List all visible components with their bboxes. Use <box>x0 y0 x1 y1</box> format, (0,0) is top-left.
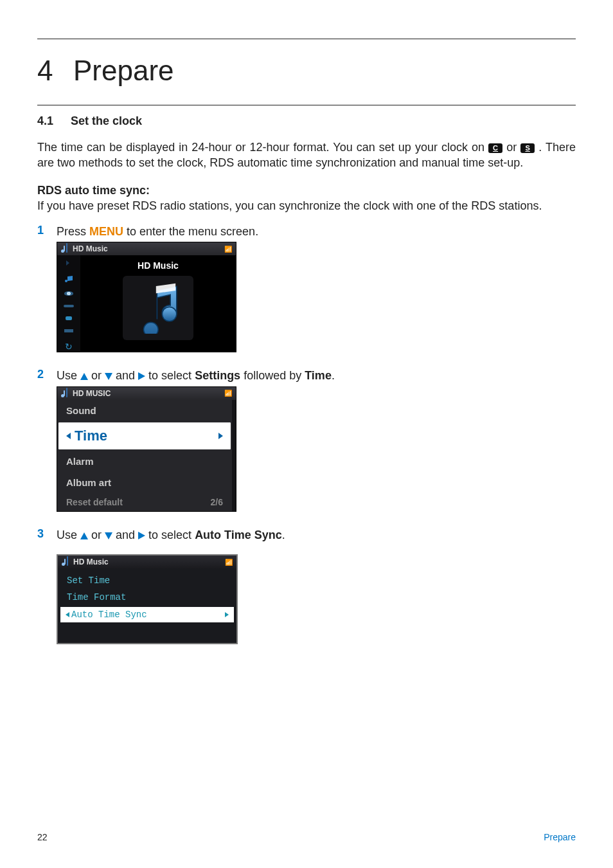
music-note-icon <box>61 390 69 397</box>
intro-pre: The time can be displayed in 24-hour or … <box>37 141 488 154</box>
shot1-main-label: HD Music <box>138 260 179 271</box>
row-time-label: Time <box>75 428 107 444</box>
sidebar-radio-icon <box>64 305 74 307</box>
row-album-art: Album art <box>57 472 232 493</box>
up-arrow-icon <box>80 532 88 539</box>
step-2-text: Use or and to select Settings followed b… <box>57 368 335 383</box>
large-music-note-icon <box>123 276 193 340</box>
s3d: to select <box>145 529 195 541</box>
intro-paragraph: The time can be displayed in 24-hour or … <box>37 140 576 171</box>
rds-heading: RDS auto time sync: <box>37 184 150 197</box>
svg-point-0 <box>162 307 176 321</box>
down-arrow-icon <box>105 373 112 380</box>
sidebar-caret-icon <box>66 260 72 266</box>
left-caret-icon <box>66 612 69 617</box>
screenshot-hd-music-menu: HD Music 📶 ↻ HD Music <box>57 242 236 352</box>
row-time-format: Time Format <box>58 589 236 606</box>
s3a: Use <box>57 529 80 541</box>
right-caret-icon <box>225 612 229 617</box>
s2c: and <box>112 369 138 382</box>
right-arrow-icon <box>138 372 145 380</box>
s2f: . <box>332 369 335 382</box>
row-ats-label: Auto Time Sync <box>71 610 147 620</box>
footer-section: Prepare <box>544 832 576 842</box>
step-1-text: Press MENU to enter the menu screen. <box>57 224 258 239</box>
signal-icon: 📶 <box>224 390 232 397</box>
menu-label: MENU <box>89 225 123 238</box>
badge-s: S <box>520 143 535 153</box>
list-counter: 2/6 <box>211 497 223 507</box>
shot3-titlebar: HD Music <box>73 557 109 566</box>
sidebar-cd-icon <box>64 291 73 295</box>
s3b: or <box>88 529 105 541</box>
step-3-text: Use or and to select Auto Time Sync. <box>57 527 285 543</box>
time-label: Time <box>305 369 332 382</box>
s3e: . <box>282 529 285 541</box>
step-1-number: 1 <box>37 224 57 237</box>
auto-time-sync-label: Auto Time Sync <box>195 529 282 541</box>
signal-icon: 📶 <box>224 246 232 253</box>
shot2-titlebar: HD MUSIC <box>73 389 111 398</box>
row-alarm: Alarm <box>57 451 232 472</box>
s2d: to select <box>145 369 195 382</box>
signal-icon: 📶 <box>225 559 233 566</box>
step-1-a: Press <box>57 225 89 238</box>
step-3-number: 3 <box>37 527 57 541</box>
intro-or: or <box>506 141 520 154</box>
down-arrow-icon <box>105 532 112 539</box>
page-number: 22 <box>37 832 48 842</box>
sidebar-refresh-icon: ↻ <box>65 341 73 352</box>
row-auto-time-sync-selected: Auto Time Sync <box>60 607 234 622</box>
right-arrow-icon <box>138 532 145 539</box>
s2b: or <box>88 369 105 382</box>
chapter-title: Prepare <box>73 55 174 87</box>
music-note-icon <box>62 558 69 566</box>
row-reset-default: Reset default <box>66 497 123 507</box>
s2a: Use <box>57 369 80 382</box>
up-arrow-icon <box>80 373 88 380</box>
shot1-sidebar: ↻ <box>57 255 80 352</box>
rds-body: If you have preset RDS radio stations, y… <box>37 199 542 212</box>
s2e: followed by <box>240 369 305 382</box>
shot1-titlebar: HD Music <box>73 244 108 253</box>
right-caret-icon <box>218 433 223 439</box>
step-1-b: to enter the menu screen. <box>123 225 258 238</box>
step-2-number: 2 <box>37 368 57 381</box>
screenshot-settings-time: HD MUSIC 📶 Sound Time Alarm Album art Re… <box>57 386 236 512</box>
screenshot-auto-time-sync: HD Music 📶 Set Time Time Format Auto Tim… <box>57 554 238 644</box>
sidebar-music-icon <box>64 275 74 282</box>
scrollbar <box>232 400 236 511</box>
settings-label: Settings <box>195 369 240 382</box>
section-title: Set the clock <box>71 114 142 128</box>
left-caret-icon <box>66 433 71 439</box>
badge-c: C <box>488 143 502 153</box>
row-time-selected: Time <box>58 422 231 449</box>
sidebar-usb-icon <box>66 316 72 320</box>
sidebar-aux-icon <box>64 329 73 332</box>
section-number: 4.1 <box>37 114 71 128</box>
row-set-time: Set Time <box>58 572 236 589</box>
chapter-number: 4 <box>37 55 71 87</box>
music-note-icon <box>61 245 69 253</box>
row-sound: Sound <box>57 400 232 421</box>
s3c: and <box>112 529 138 541</box>
